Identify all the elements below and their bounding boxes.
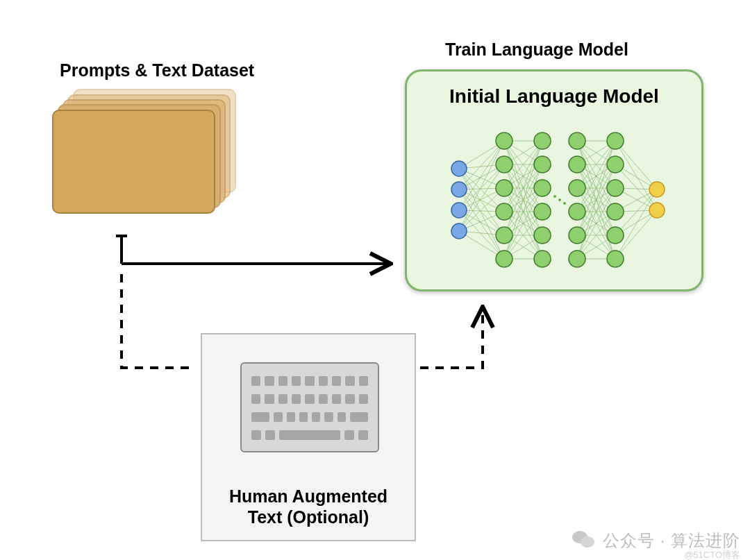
svg-point-112 <box>451 182 467 197</box>
svg-point-131 <box>569 227 585 244</box>
svg-line-4 <box>459 169 504 235</box>
svg-point-108 <box>553 195 556 198</box>
svg-point-136 <box>607 203 624 220</box>
svg-point-135 <box>607 180 624 196</box>
augmented-label: Human Augmented Text (Optional) <box>202 486 415 527</box>
svg-line-106 <box>615 189 657 259</box>
svg-point-118 <box>496 203 512 220</box>
svg-point-134 <box>607 156 624 173</box>
dataset-label: Prompts & Text Dataset <box>60 61 254 80</box>
model-box: Initial Language Model <box>405 69 703 291</box>
dataset-stack-icon <box>52 89 236 214</box>
svg-point-111 <box>451 161 467 176</box>
svg-point-133 <box>607 133 624 149</box>
model-title: Initial Language Model <box>407 85 701 108</box>
svg-point-120 <box>496 251 512 267</box>
svg-point-124 <box>534 203 551 220</box>
svg-point-125 <box>534 227 551 244</box>
svg-point-121 <box>534 133 551 149</box>
train-label: Train Language Model <box>445 40 628 60</box>
svg-point-116 <box>496 156 512 173</box>
watermark-sub: @51CTO博客 <box>684 549 740 560</box>
svg-point-130 <box>569 203 585 220</box>
svg-point-117 <box>496 180 512 196</box>
svg-point-139 <box>649 182 665 197</box>
svg-point-127 <box>569 133 585 149</box>
svg-line-12 <box>459 141 504 210</box>
human-augmented-box: Human Augmented Text (Optional) <box>201 333 416 541</box>
svg-point-122 <box>534 156 551 173</box>
svg-point-137 <box>607 227 624 244</box>
svg-point-140 <box>649 203 665 218</box>
svg-point-113 <box>451 203 467 218</box>
svg-point-119 <box>496 227 512 244</box>
svg-line-19 <box>459 164 504 231</box>
wechat-icon <box>572 531 596 550</box>
svg-point-110 <box>563 202 566 205</box>
svg-point-129 <box>569 180 585 196</box>
neural-network-icon <box>438 120 674 280</box>
svg-point-115 <box>496 133 512 149</box>
svg-point-132 <box>569 251 585 267</box>
svg-point-126 <box>534 251 551 267</box>
svg-point-109 <box>558 198 561 201</box>
svg-point-138 <box>607 251 624 267</box>
svg-point-123 <box>534 180 551 196</box>
keyboard-icon <box>240 362 379 452</box>
svg-point-114 <box>451 223 467 239</box>
svg-point-128 <box>569 156 585 173</box>
